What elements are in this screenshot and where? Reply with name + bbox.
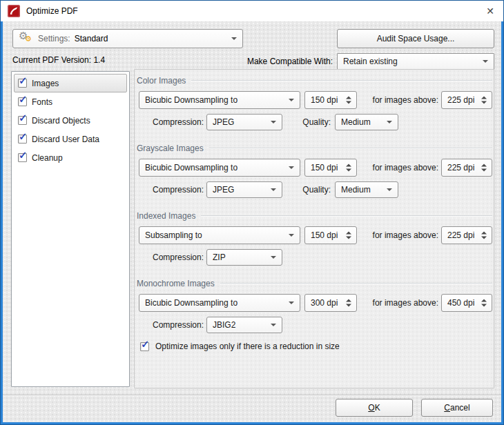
indexed-compression-select[interactable]: ZIP bbox=[206, 249, 282, 266]
category-list: ✓ Images ✓ Fonts ✓ Discard Objects ✓ Dis… bbox=[11, 71, 130, 387]
dialog-body: ⚙ ⚙ Settings: Standard Audit Space Usage… bbox=[3, 21, 501, 422]
monochrome-compression-select[interactable]: JBIG2 bbox=[206, 317, 282, 333]
images-checkbox[interactable]: ✓ bbox=[18, 79, 27, 88]
for-images-above-label: for images above: bbox=[360, 95, 438, 105]
color-above-dpi-spinner[interactable]: 225 dpi bbox=[441, 91, 492, 109]
spinner-down-icon[interactable] bbox=[346, 169, 351, 172]
sidebar-item-label: Discard Objects bbox=[32, 116, 90, 126]
above-dpi-value: 225 dpi bbox=[447, 163, 474, 172]
spinner-down-icon[interactable] bbox=[481, 101, 487, 104]
audit-space-usage-button[interactable]: Audit Space Usage... bbox=[337, 29, 494, 48]
check-icon: ✓ bbox=[19, 75, 28, 86]
spinner-up-icon[interactable] bbox=[481, 232, 487, 235]
monochrome-dpi-spinner[interactable]: 300 dpi bbox=[304, 294, 357, 312]
chevron-down-icon bbox=[387, 188, 392, 191]
above-dpi-value: 450 dpi bbox=[447, 298, 474, 308]
make-compatible-value: Retain existing bbox=[343, 57, 398, 66]
quality-value: Medium bbox=[341, 185, 371, 195]
grayscale-compression-select[interactable]: JPEG bbox=[206, 181, 282, 198]
gear-small-icon: ⚙ bbox=[25, 34, 32, 43]
sidebar-item-discard-user-data[interactable]: ✓ Discard User Data bbox=[14, 130, 127, 148]
check-icon: ✓ bbox=[19, 131, 28, 141]
spinner-up-icon[interactable] bbox=[346, 299, 351, 302]
ok-accel: O bbox=[368, 403, 374, 413]
chevron-down-icon bbox=[483, 60, 488, 63]
indexed-dpi-spinner[interactable]: 150 dpi bbox=[304, 226, 357, 244]
make-compatible-select[interactable]: Retain existing bbox=[337, 53, 494, 70]
fonts-checkbox[interactable]: ✓ bbox=[18, 97, 27, 106]
for-images-above-label: for images above: bbox=[360, 298, 438, 308]
sidebar-item-cleanup[interactable]: ✓ Cleanup bbox=[14, 148, 127, 167]
spinner-up-icon[interactable] bbox=[346, 164, 351, 167]
close-icon[interactable]: ✕ bbox=[481, 3, 499, 19]
dpi-value: 150 dpi bbox=[311, 95, 338, 105]
ok-button[interactable]: OK bbox=[336, 399, 413, 417]
color-quality-select[interactable]: Medium bbox=[335, 114, 398, 130]
chevron-down-icon bbox=[289, 99, 294, 101]
sidebar-item-label: Cleanup bbox=[32, 153, 63, 163]
sidebar-item-fonts[interactable]: ✓ Fonts bbox=[14, 92, 127, 111]
quality-label: Quality: bbox=[284, 117, 331, 127]
compression-label: Compression: bbox=[135, 117, 204, 127]
check-icon: ✓ bbox=[19, 150, 28, 160]
monochrome-above-dpi-spinner[interactable]: 450 dpi bbox=[441, 294, 492, 312]
indexed-above-dpi-spinner[interactable]: 225 dpi bbox=[441, 226, 492, 244]
sidebar-item-discard-objects[interactable]: ✓ Discard Objects bbox=[14, 111, 127, 130]
optimize-only-label: Optimize images only if there is a reduc… bbox=[155, 342, 340, 351]
sidebar-item-images[interactable]: ✓ Images bbox=[14, 74, 127, 92]
section-title: Indexed Images bbox=[137, 211, 195, 221]
color-compression-select[interactable]: JPEG bbox=[206, 114, 282, 130]
chevron-down-icon bbox=[271, 256, 276, 259]
footer-divider bbox=[3, 395, 501, 396]
spinner-up-icon[interactable] bbox=[346, 232, 351, 235]
compression-value: ZIP bbox=[213, 253, 226, 262]
optimize-only-if-reduction-row[interactable]: ✓ Optimize images only if there is a red… bbox=[140, 342, 340, 351]
chevron-down-icon bbox=[289, 234, 294, 237]
cancel-button[interactable]: Cancel bbox=[421, 399, 493, 417]
chevron-down-icon bbox=[271, 121, 276, 123]
chevron-down-icon bbox=[231, 37, 237, 40]
downsample-method-value: Subsampling to bbox=[145, 230, 202, 240]
spinner-up-icon[interactable] bbox=[346, 97, 351, 99]
compression-label: Compression: bbox=[135, 185, 204, 195]
compression-value: JPEG bbox=[213, 117, 234, 127]
spinner-up-icon[interactable] bbox=[481, 299, 487, 302]
optimize-pdf-dialog: Optimize PDF ✕ ⚙ ⚙ Settings: Standard Au… bbox=[0, 0, 504, 425]
spinner-down-icon[interactable] bbox=[346, 101, 351, 104]
color-dpi-spinner[interactable]: 150 dpi bbox=[304, 91, 357, 109]
spinner-down-icon[interactable] bbox=[481, 237, 487, 239]
color-downsample-method-select[interactable]: Bicubic Downsampling to bbox=[139, 91, 300, 109]
monochrome-downsample-method-select[interactable]: Bicubic Downsampling to bbox=[139, 294, 300, 312]
compression-value: JBIG2 bbox=[213, 320, 235, 330]
grayscale-dpi-spinner[interactable]: 150 dpi bbox=[304, 159, 357, 177]
indexed-downsample-method-select[interactable]: Subsampling to bbox=[139, 226, 300, 244]
discard-objects-checkbox[interactable]: ✓ bbox=[18, 116, 27, 125]
sidebar-item-label: Fonts bbox=[32, 97, 52, 107]
grayscale-quality-select[interactable]: Medium bbox=[335, 181, 398, 198]
settings-preset-select[interactable]: ⚙ ⚙ Settings: Standard bbox=[12, 29, 243, 48]
spinner-down-icon[interactable] bbox=[481, 169, 487, 172]
sidebar-item-label: Discard User Data bbox=[32, 135, 99, 144]
make-compatible-label: Make Compatible With: bbox=[175, 57, 333, 66]
downsample-method-value: Bicubic Downsampling to bbox=[145, 95, 238, 105]
cancel-accel: C bbox=[444, 403, 450, 413]
quality-value: Medium bbox=[341, 117, 371, 127]
spinner-down-icon[interactable] bbox=[346, 237, 351, 239]
spinner-up-icon[interactable] bbox=[481, 164, 487, 167]
spinner-down-icon[interactable] bbox=[346, 304, 351, 307]
quality-label: Quality: bbox=[284, 185, 331, 195]
compression-label: Compression: bbox=[135, 320, 204, 330]
sidebar-item-label: Images bbox=[32, 79, 59, 88]
spinner-down-icon[interactable] bbox=[481, 304, 487, 307]
chevron-down-icon bbox=[387, 121, 392, 123]
spinner-up-icon[interactable] bbox=[481, 97, 487, 99]
optimize-only-checkbox[interactable]: ✓ bbox=[140, 342, 149, 351]
grayscale-downsample-method-select[interactable]: Bicubic Downsampling to bbox=[139, 159, 300, 177]
dpi-value: 150 dpi bbox=[311, 230, 338, 240]
cleanup-checkbox[interactable]: ✓ bbox=[18, 153, 27, 162]
settings-gears-icon: ⚙ ⚙ bbox=[19, 32, 34, 46]
above-dpi-value: 225 dpi bbox=[447, 95, 474, 105]
discard-user-data-checkbox[interactable]: ✓ bbox=[18, 135, 27, 144]
grayscale-above-dpi-spinner[interactable]: 225 dpi bbox=[441, 159, 492, 177]
section-divider bbox=[191, 80, 492, 81]
